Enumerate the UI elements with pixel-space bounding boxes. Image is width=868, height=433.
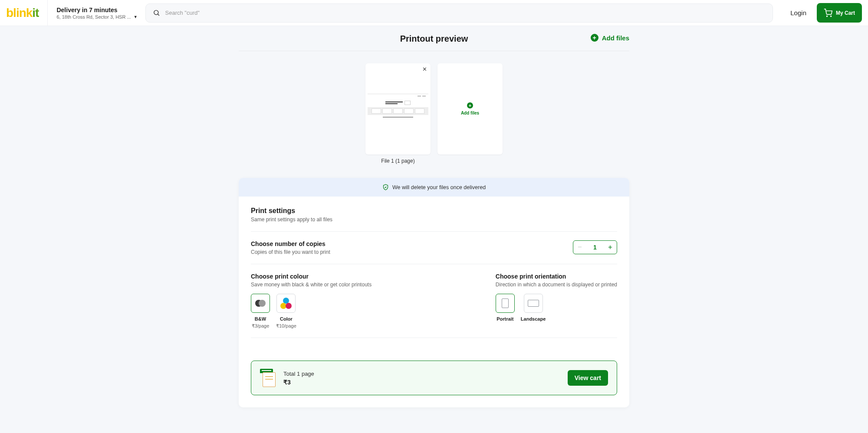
orientation-title: Choose print orientation (496, 273, 617, 280)
close-icon[interactable]: ✕ (422, 66, 427, 72)
file-preview-card[interactable]: ✕ File 1 (1 page) (365, 63, 431, 154)
settings-subtitle: Same print settings apply to all files (251, 216, 617, 223)
orientation-subtitle: Direction in which a document is display… (496, 282, 617, 288)
divider (251, 338, 617, 338)
colour-title: Choose print colour (251, 273, 372, 280)
increment-button[interactable]: + (604, 241, 617, 254)
copies-stepper: − 1 + (573, 240, 617, 254)
colour-option-color[interactable]: Color ₹10/page (276, 294, 296, 329)
colour-subtitle: Save money with black & white or get col… (251, 282, 372, 288)
search-icon (153, 9, 160, 16)
copies-title: Choose number of copies (251, 240, 330, 247)
svg-point-1 (827, 16, 828, 16)
copies-row: Choose number of copies Copies of this f… (251, 240, 617, 255)
my-cart-button[interactable]: My Cart (817, 3, 862, 23)
add-files-card[interactable]: + Add files (437, 63, 503, 154)
shield-icon (382, 184, 389, 190)
delivery-location[interactable]: Delivery in 7 minutes 6, 18th Cross Rd, … (56, 7, 137, 20)
orientation-section: Choose print orientation Direction in wh… (496, 273, 617, 329)
decrement-button[interactable]: − (573, 241, 586, 254)
copies-subtitle: Copies of this file you want to print (251, 249, 330, 255)
divider (47, 0, 48, 26)
portrait-icon (502, 299, 509, 308)
orientation-option-landscape[interactable]: Landscape (521, 294, 546, 321)
colour-option-bw[interactable]: B&W ₹3/page (251, 294, 270, 329)
cart-icon (824, 9, 832, 17)
delivery-address: 6, 18th Cross Rd, Sector 3, HSR ... ▼ (56, 14, 137, 20)
add-files-button[interactable]: + Add files (591, 34, 629, 42)
search-input[interactable] (165, 10, 766, 16)
divider (239, 51, 629, 51)
privacy-banner: We will delete your files once delivered (239, 178, 629, 197)
svg-point-2 (831, 16, 832, 16)
color-icon (280, 298, 292, 309)
copies-value: 1 (586, 244, 604, 251)
print-settings-panel: We will delete your files once delivered… (239, 178, 629, 407)
summary-pages: Total 1 page (283, 371, 314, 377)
preview-section: Printout preview + Add files ✕ File 1 (1… (0, 26, 868, 167)
divider (251, 231, 617, 232)
file-caption: File 1 (1 page) (365, 158, 431, 164)
orientation-option-portrait[interactable]: Portrait (496, 294, 515, 321)
plus-circle-icon: + (467, 102, 473, 108)
chevron-down-icon: ▼ (134, 15, 138, 19)
colour-section: Choose print colour Save money with blac… (251, 273, 372, 329)
svg-point-0 (154, 10, 158, 15)
summary-price: ₹3 (283, 379, 314, 386)
document-thumbnail (368, 94, 428, 118)
delivery-eta: Delivery in 7 minutes (56, 7, 137, 13)
view-cart-button[interactable]: View cart (568, 370, 608, 386)
plus-circle-icon: + (591, 34, 598, 42)
document-icon (260, 369, 276, 387)
site-header: blinkit Delivery in 7 minutes 6, 18th Cr… (0, 0, 868, 26)
bw-icon (255, 298, 266, 308)
file-previews: ✕ File 1 (1 page) + Add files (239, 63, 629, 154)
search-bar[interactable] (145, 3, 773, 23)
login-link[interactable]: Login (773, 9, 806, 16)
summary-bar: Total 1 page ₹3 View cart (251, 361, 617, 395)
landscape-icon (528, 300, 539, 307)
settings-title: Print settings (251, 207, 617, 215)
brand-logo[interactable]: blinkit (6, 6, 39, 20)
divider (251, 264, 617, 264)
page-title: Printout preview (239, 34, 629, 44)
